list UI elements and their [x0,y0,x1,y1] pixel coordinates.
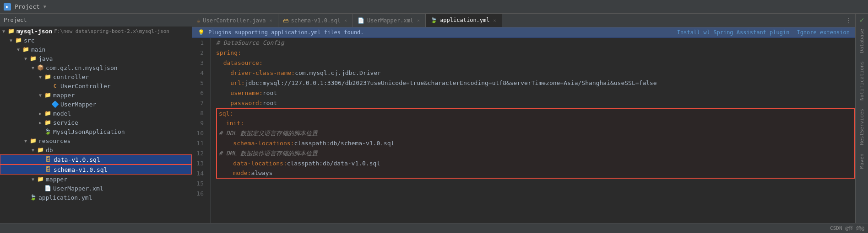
tab-icon: 📄 [358,17,364,24]
code-key: username: [230,88,262,98]
tree-item-src[interactable]: ▼📁src [0,36,192,45]
notification-actions: Install wl Spring Assistant plugin Ignor… [677,29,850,36]
tree-label: resources [38,138,71,144]
tab-close-btn[interactable]: ✕ [269,17,273,24]
tree-icon: 📁 [15,37,22,44]
tab-usercontroller[interactable]: ☕ UserController.java ✕ [192,14,278,27]
file-tree: ▼📁mysql-json F:\new_data\spring-boot-2.x… [0,26,192,202]
line-number-9: 9 [192,118,206,128]
notification-text: Plugins supporting application.yml files… [208,29,364,36]
tree-arrow: ▼ [37,93,44,98]
code-indent [219,159,233,169]
tab-icon: 🗃 [283,17,288,24]
tree-item-mapper-res[interactable]: ▼📁mapper [0,175,192,184]
code-key: spring: [216,48,241,58]
code-indent [219,138,233,148]
tab-schema[interactable]: 🗃 schema-v1.0.sql ✕ [278,14,353,27]
tree-label: application.yml [38,194,92,201]
code-line-10: # DDL 数据定义语言存储的脚本位置 [216,128,855,138]
tree-label: UserController [60,83,111,90]
tree-icon: 📁 [29,55,37,62]
tree-icon: 📁 [44,110,51,117]
right-panel-maven[interactable]: Maven [857,150,867,172]
right-panel-database[interactable]: Database [857,25,867,57]
tab-icon: ☕ [197,17,200,24]
more-options-icon[interactable]: ⋮ [845,17,852,24]
tree-item-com[interactable]: ▼📦com.gzl.cn.mysqljson [0,63,192,72]
tabs-bar: ☕ UserController.java ✕ 🗃 schema-v1.0.sq… [192,14,855,27]
tree-label: model [53,110,71,117]
line-number-10: 10 [192,128,206,138]
code-indent [216,58,223,68]
tree-item-usermapper-class[interactable]: 🔷UserMapper [0,100,192,109]
tab-close-btn[interactable]: ✕ [343,17,348,24]
tree-label: mysql-json [16,28,52,35]
code-val: jdbc:mysql://127.0.0.1:3306/db2023?useUn… [245,78,657,88]
tree-icon: 🗄 [44,166,52,173]
line-number-4: 4 [192,68,206,78]
code-line-6: username: root [216,88,855,98]
tree-arrow: ▼ [22,56,29,61]
code-line-1: # DataSource Config [216,38,855,48]
code-key: sql: [219,109,233,119]
tree-item-mysqljsonapplication[interactable]: 🍃MysqlJsonApplication [0,127,192,136]
editor-content: 12345678910111213141516 # DataSource Con… [192,38,855,223]
tree-item-db[interactable]: ▼📁db [0,145,192,154]
tree-icon: 📁 [29,137,37,144]
tree-item-root[interactable]: ▼📁mysql-json F:\new_data\spring-boot-2.x… [0,26,192,36]
code-indent [219,168,233,178]
code-val: root [263,88,277,98]
code-area[interactable]: # DataSource Configspring: datasource: d… [211,38,855,223]
tree-item-controller[interactable]: ▼📁controller [0,72,192,81]
ignore-extension-action[interactable]: Ignore extension [797,29,850,36]
code-val: com.mysql.cj.jdbc.Driver [295,68,381,78]
code-line-14: mode: always [216,169,855,179]
code-comment: # DML 数据操作语言存储的脚本位置 [219,148,318,159]
right-panel: ✓ Database Notifications RestServices Ma… [855,14,868,223]
tree-item-resources[interactable]: ▼📁resources [0,136,192,145]
tree-label: src [24,37,34,44]
code-line-5: url: jdbc:mysql://127.0.0.1:3306/db2023?… [216,78,855,88]
code-line-8: sql: [216,108,855,118]
status-right: CSDN @怪 鸽@ [830,225,864,232]
tree-icon: 📦 [37,64,44,71]
tree-item-mapper[interactable]: ▼📁mapper [0,90,192,100]
editor-area: ☕ UserController.java ✕ 🗃 schema-v1.0.sq… [192,14,855,223]
code-line-11: schema-locations: classpath:db/schema-v1… [216,138,855,148]
tree-label: java [38,55,53,62]
code-line-4: driver-class-name: com.mysql.cj.jdbc.Dri… [216,68,855,78]
right-panel-restservices[interactable]: RestServices [857,105,867,148]
tree-arrow: ▼ [29,148,37,153]
sidebar: Project ▼📁mysql-json F:\new_data\spring-… [0,14,192,223]
tab-usermapper[interactable]: 📄 UserMapper.xml ✕ [353,14,426,27]
tree-icon: 🗄 [44,156,52,163]
tab-application[interactable]: 🍃 application.yml ✕ [426,14,502,27]
tree-item-schema-sql[interactable]: 🗄schema-v1.0.sql [0,164,192,175]
code-val: root [263,98,277,108]
tree-icon: 🔷 [51,101,59,108]
tree-item-usercontroller[interactable]: CUserController [0,81,192,90]
line-numbers: 12345678910111213141516 [192,38,211,223]
tree-item-data-sql[interactable]: 🗄data-v1.0.sql [0,154,192,164]
tree-arrow: ▼ [29,177,37,182]
dropdown-icon[interactable]: ▼ [43,4,46,9]
tree-item-usermapper-xml[interactable]: 📄UserMapper.xml [0,184,192,193]
project-label: Project [15,3,40,10]
tree-item-service[interactable]: ▶📁service [0,118,192,127]
code-indent [216,88,230,98]
tab-close-btn[interactable]: ✕ [416,17,421,24]
line-number-11: 11 [192,138,206,148]
tree-label: com.gzl.cn.mysqljson [46,64,118,71]
line-number-15: 15 [192,179,206,189]
sidebar-header: Project [0,14,192,26]
install-plugin-action[interactable]: Install wl Spring Assistant plugin [677,29,790,36]
tree-arrow: ▶ [37,111,44,116]
tree-item-application-yml[interactable]: 🍃application.yml [0,193,192,202]
tab-close-btn[interactable]: ✕ [493,17,497,24]
tree-item-model[interactable]: ▶📁model [0,109,192,118]
tree-arrow: ▼ [22,138,29,143]
right-panel-notifications[interactable]: Notifications [857,58,867,104]
code-indent [216,68,230,78]
tree-item-java[interactable]: ▼📁java [0,54,192,63]
tree-item-main[interactable]: ▼📁main [0,45,192,54]
